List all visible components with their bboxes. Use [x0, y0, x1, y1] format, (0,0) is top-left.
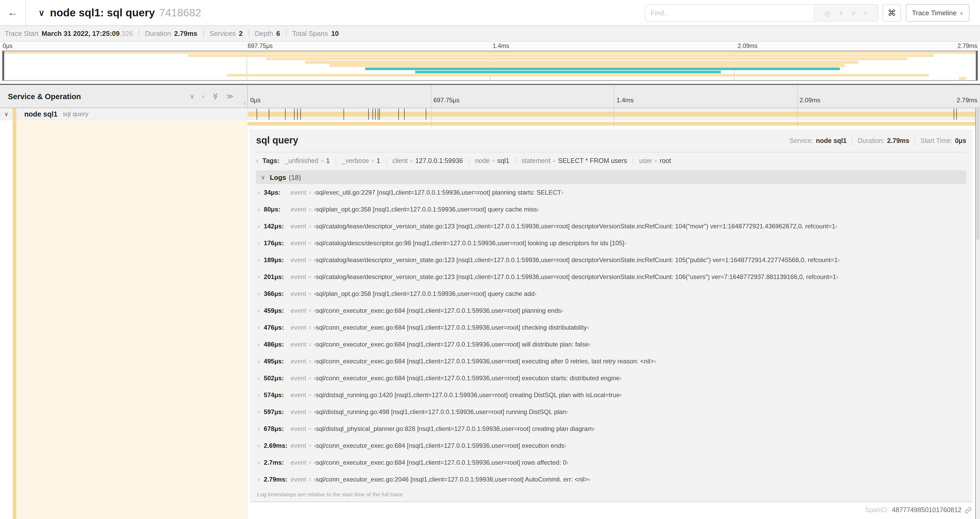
log-message: ‹sql/catalog/lease/descriptor_version_st… [314, 223, 837, 230]
log-row[interactable]: ›201μs:event=‹sql/catalog/lease/descript… [256, 268, 966, 285]
back-button[interactable]: ← [0, 0, 26, 25]
log-row[interactable]: ›495μs:event=‹sql/conn_executor_exec.go:… [256, 353, 966, 370]
span-operation-name: sql query [63, 110, 88, 118]
next-result-icon[interactable]: ∨ [851, 9, 856, 17]
tag-value: 1 [326, 157, 330, 164]
summary-item-value: 2 [239, 30, 243, 37]
expand-all-icon[interactable]: ≫ [226, 92, 234, 100]
log-message: ‹sql/distsql_running.go:498 [nsql1,clien… [314, 408, 568, 416]
scrollbar-thumb[interactable] [976, 108, 980, 240]
prev-result-icon[interactable]: ∧ [839, 9, 843, 17]
log-event-tick [954, 109, 954, 120]
timeline-gridline [431, 108, 431, 120]
chevron-right-icon: › [256, 157, 258, 164]
log-row[interactable]: ›2.79ms:event=‹sql/conn_executor_exec.go… [256, 471, 966, 488]
log-row[interactable]: ›678μs:event=‹sql/distsql_physical_plann… [256, 420, 966, 437]
trace-collapse-icon[interactable]: ∨ [38, 8, 45, 18]
column-resize-grip[interactable]: ‖ [244, 101, 245, 106]
link-icon[interactable] [965, 506, 972, 513]
log-row[interactable]: ›80μs:event=‹sql/plan_opt.go:358 [nsql1,… [256, 201, 966, 218]
span-row-timeline-cell[interactable] [248, 108, 980, 120]
log-row[interactable]: ›189μs:event=‹sql/catalog/lease/descript… [256, 252, 966, 268]
log-row[interactable]: ›34μs:event=‹sql/exec_util.go:2297 [nsql… [256, 184, 966, 201]
log-event-tick [377, 109, 378, 120]
log-row[interactable]: ›502μs:event=‹sql/conn_executor_exec.go:… [256, 370, 966, 386]
minimap-right-handle[interactable] [976, 51, 977, 80]
vertical-scrollbar[interactable] [975, 108, 980, 519]
equals-sign: = [371, 158, 374, 164]
close-bracket: › [835, 223, 837, 230]
log-event-label: event [291, 459, 306, 466]
collapse-one-icon[interactable]: ≫ [211, 93, 219, 100]
log-message: ‹sql/catalog/lease/descriptor_version_st… [314, 256, 840, 264]
log-row[interactable]: ›459μs:event=‹sql/conn_executor_exec.go:… [256, 302, 966, 319]
log-timestamp: 34μs: [264, 189, 291, 196]
log-message-text: sql/distsql_running.go:498 [nsql1,client… [316, 408, 566, 416]
equals-sign: = [654, 158, 657, 164]
collapse-all-icon[interactable]: ∨ [190, 92, 195, 100]
clear-search-icon[interactable]: × [864, 9, 867, 17]
log-event-tick [269, 109, 269, 120]
log-row[interactable]: ›366μs:event=‹sql/plan_opt.go:358 [nsql1… [256, 285, 966, 302]
log-row[interactable]: ›142μs:event=‹sql/catalog/lease/descript… [256, 218, 966, 235]
child-span-row[interactable] [248, 120, 980, 127]
find-input[interactable] [646, 5, 813, 21]
log-row[interactable]: ›574μs:event=‹sql/distsql_running.go:142… [256, 386, 966, 404]
keyboard-shortcuts-button[interactable]: ⌘ [883, 4, 901, 22]
log-event-label: event [291, 341, 306, 348]
log-message-text: sql/conn_executor_exec.go:2046 [nsql1,cl… [316, 476, 588, 483]
tags-row[interactable]: › Tags: _unfinished=1_verbose=1client=12… [256, 153, 966, 168]
timeline-header: Service & Operation ∨›≫≫ ‖ 0μs697.75μs1.… [0, 85, 980, 108]
back-arrow-icon: ← [8, 7, 18, 18]
spanid-row: SpanID: 4877749850101760812 [865, 503, 972, 517]
span-stat-label: Service: [789, 137, 813, 144]
equals-sign: = [410, 158, 413, 164]
equals-sign: = [308, 240, 312, 246]
logs-count: (18) [289, 173, 301, 181]
log-row[interactable]: ›476μs:event=‹sql/conn_executor_exec.go:… [256, 319, 966, 336]
span-row-name-cell[interactable]: ∨ node sql1 sql query [0, 108, 248, 120]
log-timestamp: 366μs: [264, 290, 291, 297]
log-row[interactable]: ›486μs:event=‹sql/conn_executor_exec.go:… [256, 336, 966, 353]
equals-sign: = [308, 476, 312, 482]
log-event-label: event [291, 290, 306, 297]
log-timestamp: 201μs: [264, 273, 291, 281]
log-message-text: sql/conn_executor_exec.go:684 [nsql1,cli… [316, 459, 566, 466]
span-stat-value: 2.79ms [887, 137, 909, 144]
span-row[interactable]: ∨ node sql1 sql query [0, 108, 980, 120]
trace-id: 7418682 [159, 6, 201, 19]
log-message: ‹sql/plan_opt.go:358 [nsql1,client=127.0… [314, 206, 539, 213]
tag-key: statement [522, 157, 550, 164]
equals-sign: = [308, 291, 312, 297]
log-event-tick [375, 109, 375, 120]
view-selector-button[interactable]: Trace Timeline ∨ [906, 4, 969, 22]
tag-value: sql1 [497, 157, 509, 164]
logs-header[interactable]: ∨ Logs (18) [256, 170, 966, 184]
timeline-gridline [614, 108, 614, 120]
log-row[interactable]: ›597μs:event=‹sql/distsql_running.go:498… [256, 404, 966, 420]
chevron-down-icon[interactable]: ∨ [4, 110, 8, 117]
minimap-canvas[interactable] [2, 51, 978, 81]
log-message-text: sql/exec_util.go:2297 [nsql1,client=127.… [316, 189, 561, 196]
log-message: ‹sql/conn_executor_exec.go:684 [nsql1,cl… [314, 374, 622, 382]
summary-item-value: March 31 2022, 17:25:09.326 [41, 30, 133, 37]
log-row[interactable]: ›2.69ms:event=‹sql/conn_executor_exec.go… [256, 437, 966, 454]
summary-item-label: Services [210, 30, 236, 37]
expand-one-icon[interactable]: › [202, 92, 204, 100]
trace-minimap: 0μs697.75μs1.4ms2.09ms2.79ms [0, 42, 980, 85]
log-row[interactable]: ›2.7ms:event=‹sql/conn_executor_exec.go:… [256, 454, 966, 471]
tag-value: 127.0.0.1:59936 [415, 157, 463, 164]
log-event-tick [398, 109, 399, 120]
minimap-left-handle[interactable] [3, 51, 4, 80]
equals-sign: = [308, 442, 312, 449]
log-timestamp: 189μs: [264, 256, 291, 264]
trace-header: ← ∨ node sql1: sql query 7418682 ◎ ∧ ∨ ×… [0, 0, 980, 26]
log-row[interactable]: ›176μs:event=‹sql/catalog/descs/descript… [256, 235, 966, 252]
span-stat-value: 0μs [955, 137, 966, 144]
log-event-tick [372, 109, 373, 120]
locate-icon[interactable]: ◎ [824, 9, 830, 17]
minimap-span-bar [365, 67, 840, 70]
trace-summary-bar: Trace StartMarch 31 2022, 17:25:09.326Du… [0, 26, 980, 42]
summary-item: Trace StartMarch 31 2022, 17:25:09.326 [5, 30, 133, 37]
close-bracket: › [566, 408, 568, 416]
